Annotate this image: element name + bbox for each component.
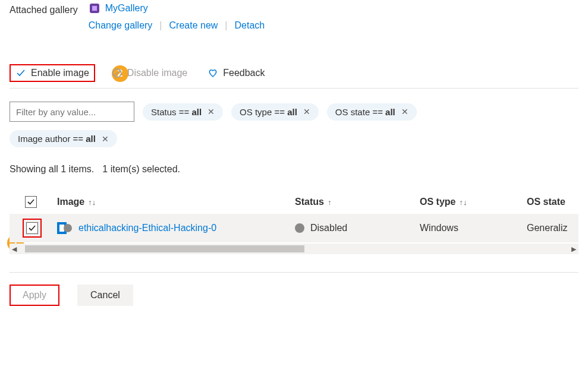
vm-image-icon [57,220,73,236]
status-text: Disabled [310,223,347,233]
scroll-right-arrow-icon[interactable]: ▶ [571,245,576,253]
feedback-label: Feedback [223,68,265,78]
selected-count: 1 item(s) selected. [102,164,180,175]
os-type-cell: Windows [420,223,527,233]
feedback-button[interactable]: Feedback [204,65,268,81]
sort-asc-icon: ↑ [328,198,332,207]
prohibit-icon [112,68,122,78]
create-new-link[interactable]: Create new [169,20,218,31]
filter-input[interactable] [10,102,134,122]
close-icon[interactable]: ✕ [102,134,109,144]
enable-image-label: Enable image [31,68,89,78]
attached-gallery-label: Attached gallery [10,2,78,15]
scrollbar-thumb[interactable] [25,245,304,252]
column-image[interactable]: Image↑↓ [57,197,295,207]
detach-link[interactable]: Detach [235,20,265,31]
filter-pill-os-type[interactable]: OS type == all ✕ [231,103,319,121]
svg-line-3 [114,70,120,76]
column-status[interactable]: Status↑ [295,197,420,207]
sort-icon: ↑↓ [88,198,96,207]
gallery-name: MyGallery [105,3,148,14]
close-icon[interactable]: ✕ [401,107,408,116]
os-state-cell: Generaliz [527,223,578,233]
svg-point-6 [64,224,72,232]
close-icon[interactable]: ✕ [303,107,310,116]
svg-rect-5 [59,225,64,232]
cancel-button[interactable]: Cancel [77,285,133,306]
change-gallery-link[interactable]: Change gallery [89,20,153,31]
gallery-icon [89,2,100,14]
close-icon[interactable]: ✕ [207,107,215,116]
filter-pill-image-author[interactable]: Image author == all ✕ [10,130,117,147]
column-os-type[interactable]: OS type↑↓ [420,197,527,207]
select-all-checkbox[interactable] [25,196,37,208]
svg-rect-1 [92,6,97,11]
column-os-state[interactable]: OS state [527,197,578,207]
filter-pill-os-state[interactable]: OS state == all ✕ [327,103,417,121]
row-checkbox[interactable] [26,222,38,234]
enable-image-button[interactable]: Enable image [10,64,95,82]
heart-icon [207,68,218,78]
disable-image-label: Disable image [127,68,187,78]
table-row[interactable]: ethicalhacking-Ethical-Hacking-0 Disable… [10,214,578,242]
image-name-link[interactable]: ethicalhacking-Ethical-Hacking-0 [78,223,216,233]
apply-button[interactable]: Apply [10,285,59,306]
check-icon [15,68,26,78]
status-dot-icon [295,223,304,233]
filter-pill-status[interactable]: Status == all ✕ [143,103,223,121]
gallery-link[interactable]: MyGallery [89,2,265,14]
disable-image-button: Disable image [108,65,191,81]
showing-count: Showing all 1 items. [10,164,94,175]
table-header: Image↑↓ Status↑ OS type↑↓ OS state [10,190,578,214]
scroll-left-arrow-icon[interactable]: ◀ [12,245,17,253]
sort-icon: ↑↓ [459,198,467,207]
horizontal-scrollbar[interactable]: ◀ ▶ [10,244,578,254]
